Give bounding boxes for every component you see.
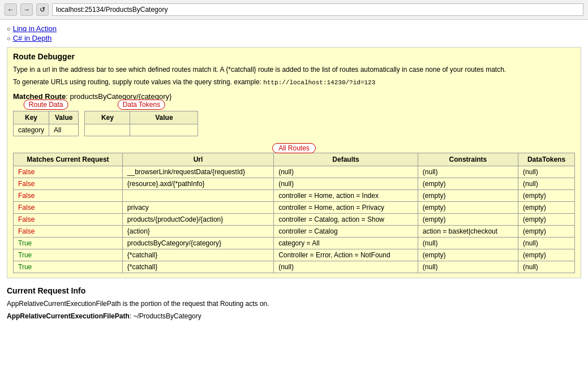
nav-links: Linq in Action C# in Depth [7, 24, 581, 42]
route-data-col-key: Key [14, 111, 49, 124]
route-data-row-0: category All [14, 124, 79, 136]
current-request-label: AppRelativeCurrentExecutionFilePath [7, 312, 130, 320]
route-row-6: True productsByCategory/{category} categ… [14, 237, 575, 249]
cell-constraints: (empty) [418, 178, 518, 189]
cell-defaults: controller = Home, action = Index [274, 189, 418, 201]
cell-url: __browserLink/requestData/{requestId} [122, 166, 273, 178]
cell-url [122, 189, 273, 201]
cell-matches: False [14, 178, 123, 189]
cell-datatokens: (empty) [518, 225, 575, 237]
route-data-col-value: Value [49, 111, 79, 124]
description-2: To generate URLs using routing, supply r… [13, 77, 575, 88]
cell-url: {*catchall} [122, 261, 273, 273]
tables-container: Route Data Key Value category All [13, 105, 575, 136]
data-tokens-label: Data Tokens [118, 100, 166, 110]
cell-matches: False [14, 166, 123, 178]
cell-datatokens: (null) [518, 237, 575, 249]
current-request-desc: AppRelativeCurrentExecutionFilePath is t… [7, 299, 581, 309]
cell-constraints: (empty) [418, 201, 518, 213]
data-tokens-table: Key Value [84, 111, 198, 136]
cell-datatokens: (null) [518, 178, 575, 189]
linq-in-action-link[interactable]: Linq in Action [13, 24, 57, 33]
route-row-4: False products/{productCode}/{action} co… [14, 213, 575, 225]
cell-defaults: Controller = Error, Action = NotFound [274, 249, 418, 261]
data-tokens-empty-row [85, 124, 198, 136]
route-data-cell-key: category [14, 124, 49, 136]
cell-defaults: category = All [274, 237, 418, 249]
cell-datatokens: (empty) [518, 213, 575, 225]
route-row-0: False __browserLink/requestData/{request… [14, 166, 575, 178]
cell-url: {*catchall} [122, 249, 273, 261]
current-request-title: Current Request Info [7, 286, 581, 295]
route-row-2: False controller = Home, action = Index … [14, 189, 575, 201]
all-routes-section: All Routes Matches Current Request Url D… [13, 143, 575, 273]
data-tokens-table-container: Data Tokens Key Value [84, 105, 198, 136]
cell-defaults: (null) [274, 261, 418, 273]
col-url: Url [122, 153, 273, 166]
cell-datatokens: (empty) [518, 201, 575, 213]
cell-url: {resource}.axd/{*pathInfo} [122, 178, 273, 189]
cell-matches: False [14, 201, 123, 213]
col-constraints: Constraints [418, 153, 518, 166]
route-row-5: False {action} controller = Catalog acti… [14, 225, 575, 237]
route-debugger-box: Route Debugger Type in a url in the addr… [7, 47, 581, 278]
example-url: http://localhost:14230/?id=123 [263, 79, 375, 86]
cell-defaults: controller = Home, action = Privacy [274, 201, 418, 213]
data-tokens-col-key: Key [85, 111, 130, 124]
route-data-cell-value: All [49, 124, 79, 136]
current-request-value: ~/ProductsByCategory [133, 312, 201, 320]
current-request-box: Current Request Info AppRelativeCurrentE… [7, 286, 581, 321]
page-content: Linq in Action C# in Depth Route Debugge… [0, 20, 588, 328]
cell-defaults: (null) [274, 178, 418, 189]
cell-datatokens: (empty) [518, 189, 575, 201]
forward-button[interactable]: → [20, 3, 33, 16]
back-button[interactable]: ← [5, 3, 17, 16]
cell-defaults: (null) [274, 166, 418, 178]
cell-defaults: controller = Catalog, action = Show [274, 213, 418, 225]
matched-route-line: Matched Route: productsByCategory/{categ… [13, 92, 575, 101]
cell-datatokens: (null) [518, 261, 575, 273]
browser-chrome: ← → ↺ [0, 0, 588, 20]
route-data-label: Route Data [24, 100, 68, 110]
route-row-3: False privacy controller = Home, action … [14, 201, 575, 213]
cell-matches: True [14, 261, 123, 273]
all-routes-label: All Routes [272, 143, 316, 153]
cell-url: productsByCategory/{category} [122, 237, 273, 249]
cell-constraints: (null) [418, 166, 518, 178]
cell-constraints: (empty) [418, 213, 518, 225]
cell-constraints: (null) [418, 237, 518, 249]
route-row-7: True {*catchall} Controller = Error, Act… [14, 249, 575, 261]
address-bar[interactable] [52, 3, 583, 16]
description-1: Type in a url in the address bar to see … [13, 64, 575, 75]
cell-defaults: controller = Catalog [274, 225, 418, 237]
route-row-1: False {resource}.axd/{*pathInfo} (null) … [14, 178, 575, 189]
cell-datatokens: (null) [518, 166, 575, 178]
cell-matches: True [14, 249, 123, 261]
route-data-table: Key Value category All [13, 111, 79, 136]
csharp-in-depth-link[interactable]: C# in Depth [13, 34, 52, 42]
cell-url: {action} [122, 225, 273, 237]
refresh-button[interactable]: ↺ [36, 3, 49, 16]
cell-constraints: (empty) [418, 189, 518, 201]
cell-matches: False [14, 213, 123, 225]
cell-constraints: action = basket|checkout [418, 225, 518, 237]
col-datatokens: DataTokens [518, 153, 575, 166]
route-data-table-container: Route Data Key Value category All [13, 105, 79, 136]
routes-table: Matches Current Request Url Defaults Con… [13, 153, 575, 273]
data-tokens-col-value: Value [130, 111, 198, 124]
cell-datatokens: (empty) [518, 249, 575, 261]
nav-link-item-1: C# in Depth [7, 34, 581, 42]
cell-url: privacy [122, 201, 273, 213]
cell-constraints: (null) [418, 261, 518, 273]
cell-matches: True [14, 237, 123, 249]
current-request-path: AppRelativeCurrentExecutionFilePath: ~/P… [7, 311, 581, 321]
cell-url: products/{productCode}/{action} [122, 213, 273, 225]
route-row-8: True {*catchall} (null) (null) (null) [14, 261, 575, 273]
col-matches: Matches Current Request [14, 153, 123, 166]
cell-matches: False [14, 189, 123, 201]
cell-matches: False [14, 225, 123, 237]
nav-link-item-0: Linq in Action [7, 24, 581, 33]
cell-constraints: (empty) [418, 249, 518, 261]
all-routes-label-wrap: All Routes [13, 143, 575, 153]
col-defaults: Defaults [274, 153, 418, 166]
